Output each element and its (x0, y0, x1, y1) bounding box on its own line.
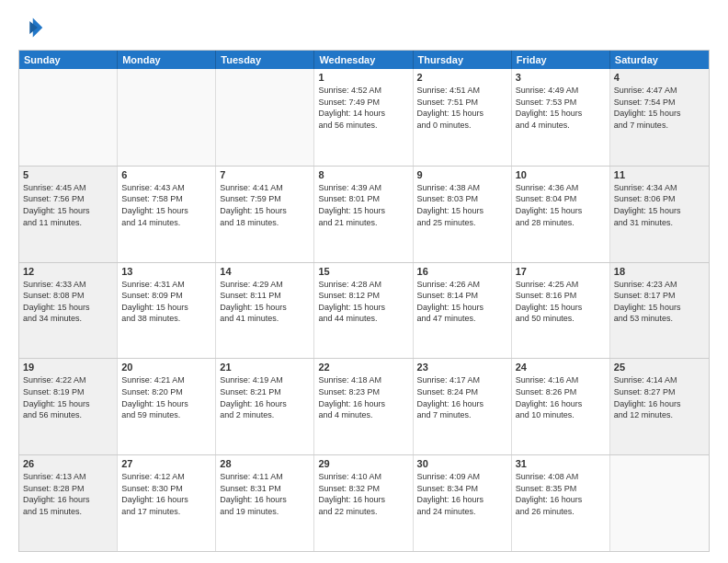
week-row-1: 1Sunrise: 4:52 AM Sunset: 7:49 PM Daylig… (19, 69, 709, 166)
day-number: 14 (220, 266, 310, 277)
day-cell-13: 13Sunrise: 4:31 AM Sunset: 8:09 PM Dayli… (118, 263, 216, 359)
day-cell-23: 23Sunrise: 4:17 AM Sunset: 8:24 PM Dayli… (414, 359, 512, 454)
header-day-friday: Friday (512, 51, 610, 69)
day-info: Sunrise: 4:49 AM Sunset: 7:53 PM Dayligh… (516, 85, 606, 131)
calendar-body: 1Sunrise: 4:52 AM Sunset: 7:49 PM Daylig… (19, 69, 709, 551)
header-day-tuesday: Tuesday (216, 51, 314, 69)
week-row-4: 19Sunrise: 4:22 AM Sunset: 8:19 PM Dayli… (19, 358, 709, 454)
day-info: Sunrise: 4:41 AM Sunset: 7:59 PM Dayligh… (220, 182, 310, 228)
logo (18, 15, 48, 40)
day-info: Sunrise: 4:43 AM Sunset: 7:58 PM Dayligh… (121, 182, 211, 228)
day-cell-7: 7Sunrise: 4:41 AM Sunset: 7:59 PM Daylig… (216, 167, 314, 262)
page: SundayMondayTuesdayWednesdayThursdayFrid… (0, 0, 728, 563)
day-number: 27 (121, 458, 211, 469)
logo-icon (18, 15, 44, 40)
day-info: Sunrise: 4:25 AM Sunset: 8:16 PM Dayligh… (516, 279, 606, 325)
day-cell-27: 27Sunrise: 4:12 AM Sunset: 8:30 PM Dayli… (118, 455, 216, 551)
day-info: Sunrise: 4:19 AM Sunset: 8:21 PM Dayligh… (220, 374, 310, 420)
day-number: 10 (516, 169, 606, 180)
day-cell-3: 3Sunrise: 4:49 AM Sunset: 7:53 PM Daylig… (512, 69, 610, 166)
day-cell-2: 2Sunrise: 4:51 AM Sunset: 7:51 PM Daylig… (414, 69, 512, 166)
day-info: Sunrise: 4:13 AM Sunset: 8:28 PM Dayligh… (23, 471, 113, 517)
day-number: 4 (614, 72, 705, 83)
day-info: Sunrise: 4:47 AM Sunset: 7:54 PM Dayligh… (614, 85, 705, 131)
header-day-monday: Monday (118, 51, 216, 69)
day-info: Sunrise: 4:33 AM Sunset: 8:08 PM Dayligh… (23, 279, 113, 325)
day-cell-22: 22Sunrise: 4:18 AM Sunset: 8:23 PM Dayli… (314, 359, 413, 454)
day-number: 9 (417, 169, 507, 180)
day-cell-14: 14Sunrise: 4:29 AM Sunset: 8:11 PM Dayli… (216, 263, 314, 359)
day-cell-5: 5Sunrise: 4:45 AM Sunset: 7:56 PM Daylig… (19, 167, 118, 262)
day-number: 3 (516, 72, 606, 83)
week-row-2: 5Sunrise: 4:45 AM Sunset: 7:56 PM Daylig… (19, 166, 709, 262)
empty-cell (118, 69, 216, 166)
header-day-thursday: Thursday (414, 51, 512, 69)
day-cell-10: 10Sunrise: 4:36 AM Sunset: 8:04 PM Dayli… (512, 167, 610, 262)
day-cell-9: 9Sunrise: 4:38 AM Sunset: 8:03 PM Daylig… (414, 167, 512, 262)
day-number: 25 (614, 362, 705, 373)
day-info: Sunrise: 4:52 AM Sunset: 7:49 PM Dayligh… (318, 85, 408, 131)
day-cell-30: 30Sunrise: 4:09 AM Sunset: 8:34 PM Dayli… (414, 455, 512, 551)
day-info: Sunrise: 4:17 AM Sunset: 8:24 PM Dayligh… (417, 374, 507, 420)
day-cell-18: 18Sunrise: 4:23 AM Sunset: 8:17 PM Dayli… (610, 263, 709, 359)
day-number: 21 (220, 362, 310, 373)
day-cell-4: 4Sunrise: 4:47 AM Sunset: 7:54 PM Daylig… (610, 69, 709, 166)
day-cell-29: 29Sunrise: 4:10 AM Sunset: 8:32 PM Dayli… (314, 455, 413, 551)
day-cell-11: 11Sunrise: 4:34 AM Sunset: 8:06 PM Dayli… (610, 167, 709, 262)
day-number: 13 (121, 266, 211, 277)
day-number: 26 (23, 458, 113, 469)
week-row-3: 12Sunrise: 4:33 AM Sunset: 8:08 PM Dayli… (19, 262, 709, 359)
day-info: Sunrise: 4:11 AM Sunset: 8:31 PM Dayligh… (220, 471, 310, 517)
day-info: Sunrise: 4:36 AM Sunset: 8:04 PM Dayligh… (516, 182, 606, 228)
day-info: Sunrise: 4:18 AM Sunset: 8:23 PM Dayligh… (318, 374, 408, 420)
day-info: Sunrise: 4:09 AM Sunset: 8:34 PM Dayligh… (417, 471, 507, 517)
day-cell-21: 21Sunrise: 4:19 AM Sunset: 8:21 PM Dayli… (216, 359, 314, 454)
day-info: Sunrise: 4:39 AM Sunset: 8:01 PM Dayligh… (318, 182, 408, 228)
day-info: Sunrise: 4:38 AM Sunset: 8:03 PM Dayligh… (417, 182, 507, 228)
day-number: 12 (23, 266, 113, 277)
calendar: SundayMondayTuesdayWednesdayThursdayFrid… (18, 50, 710, 552)
day-number: 6 (121, 169, 211, 180)
day-info: Sunrise: 4:28 AM Sunset: 8:12 PM Dayligh… (318, 279, 408, 325)
day-info: Sunrise: 4:26 AM Sunset: 8:14 PM Dayligh… (417, 279, 507, 325)
day-cell-28: 28Sunrise: 4:11 AM Sunset: 8:31 PM Dayli… (216, 455, 314, 551)
day-cell-8: 8Sunrise: 4:39 AM Sunset: 8:01 PM Daylig… (314, 167, 413, 262)
day-number: 24 (516, 362, 606, 373)
empty-cell (216, 69, 314, 166)
day-number: 29 (318, 458, 408, 469)
day-number: 15 (318, 266, 408, 277)
day-info: Sunrise: 4:34 AM Sunset: 8:06 PM Dayligh… (614, 182, 705, 228)
day-info: Sunrise: 4:31 AM Sunset: 8:09 PM Dayligh… (121, 279, 211, 325)
day-number: 8 (318, 169, 408, 180)
day-info: Sunrise: 4:23 AM Sunset: 8:17 PM Dayligh… (614, 279, 705, 325)
day-cell-15: 15Sunrise: 4:28 AM Sunset: 8:12 PM Dayli… (314, 263, 413, 359)
empty-cell (19, 69, 118, 166)
day-info: Sunrise: 4:21 AM Sunset: 8:20 PM Dayligh… (121, 374, 211, 420)
day-cell-19: 19Sunrise: 4:22 AM Sunset: 8:19 PM Dayli… (19, 359, 118, 454)
day-cell-20: 20Sunrise: 4:21 AM Sunset: 8:20 PM Dayli… (118, 359, 216, 454)
day-number: 30 (417, 458, 507, 469)
day-number: 31 (516, 458, 606, 469)
day-info: Sunrise: 4:08 AM Sunset: 8:35 PM Dayligh… (516, 471, 606, 517)
day-number: 7 (220, 169, 310, 180)
day-cell-6: 6Sunrise: 4:43 AM Sunset: 7:58 PM Daylig… (118, 167, 216, 262)
day-info: Sunrise: 4:12 AM Sunset: 8:30 PM Dayligh… (121, 471, 211, 517)
day-cell-26: 26Sunrise: 4:13 AM Sunset: 8:28 PM Dayli… (19, 455, 118, 551)
day-info: Sunrise: 4:14 AM Sunset: 8:27 PM Dayligh… (614, 374, 705, 420)
day-info: Sunrise: 4:45 AM Sunset: 7:56 PM Dayligh… (23, 182, 113, 228)
header-day-wednesday: Wednesday (314, 51, 413, 69)
day-number: 11 (614, 169, 705, 180)
header-day-sunday: Sunday (19, 51, 118, 69)
day-cell-17: 17Sunrise: 4:25 AM Sunset: 8:16 PM Dayli… (512, 263, 610, 359)
day-number: 19 (23, 362, 113, 373)
header-day-saturday: Saturday (610, 51, 709, 69)
day-number: 23 (417, 362, 507, 373)
day-cell-25: 25Sunrise: 4:14 AM Sunset: 8:27 PM Dayli… (610, 359, 709, 454)
day-cell-12: 12Sunrise: 4:33 AM Sunset: 8:08 PM Dayli… (19, 263, 118, 359)
day-info: Sunrise: 4:10 AM Sunset: 8:32 PM Dayligh… (318, 471, 408, 517)
week-row-5: 26Sunrise: 4:13 AM Sunset: 8:28 PM Dayli… (19, 454, 709, 551)
day-info: Sunrise: 4:16 AM Sunset: 8:26 PM Dayligh… (516, 374, 606, 420)
day-number: 1 (318, 72, 408, 83)
day-number: 18 (614, 266, 705, 277)
day-number: 5 (23, 169, 113, 180)
